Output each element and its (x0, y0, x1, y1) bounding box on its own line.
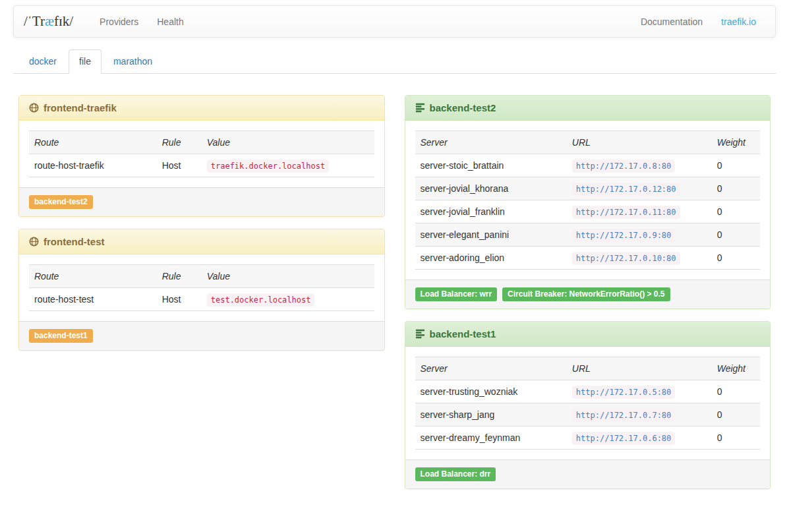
backends-column: backend-test2 Server URL Weight server-s… (395, 95, 781, 501)
route-rule: Host (157, 154, 202, 177)
servers-table: Server URL Weight server-stoic_brattain … (415, 131, 761, 270)
panel-footer: backend-test2 (19, 187, 384, 216)
circuit-breaker-badge: Circuit Breaker: NetworkErrorRatio() > 0… (502, 287, 670, 301)
panel-title: backend-test1 (430, 328, 496, 340)
table-header-row: Server URL Weight (415, 131, 761, 154)
server-url: http://172.17.0.5:80 (572, 386, 676, 399)
table-header-row: Route Rule Value (29, 131, 374, 154)
column-header-weight: Weight (712, 131, 760, 154)
panel-title: frontend-test (44, 236, 105, 247)
table-header-row: Route Rule Value (29, 265, 374, 288)
routes-table: Route Rule Value route-host-traefik Host… (29, 131, 374, 177)
column-header-url: URL (567, 357, 712, 380)
column-header-route: Route (29, 265, 157, 288)
server-name: server-sharp_jang (415, 403, 567, 427)
server-url: http://172.17.0.7:80 (572, 409, 676, 422)
navbar: /ˈTræfɪk/ Providers Health Documentation… (13, 5, 776, 38)
column-header-rule: Rule (157, 265, 202, 288)
backend-panel-test1: backend-test1 Server URL Weight server-t… (405, 321, 771, 489)
column-header-rule: Rule (157, 131, 202, 154)
server-name: server-jovial_khorana (415, 177, 567, 200)
frontend-panel-test: frontend-test Route Rule Value route-hos… (18, 229, 385, 351)
globe-icon (29, 103, 39, 113)
server-url: http://172.17.0.12:80 (572, 183, 680, 196)
backend-tag: backend-test1 (29, 329, 93, 343)
globe-icon (29, 237, 39, 247)
server-weight: 0 (712, 427, 760, 450)
brand-text-post: fɪk/ (54, 13, 73, 29)
panel-body: Server URL Weight server-trusting_woznia… (405, 347, 771, 459)
tab-marathon[interactable]: marathon (103, 49, 163, 74)
nav-item-documentation[interactable]: Documentation (631, 16, 712, 27)
panel-heading: backend-test1 (405, 322, 771, 347)
brand-logo[interactable]: /ˈTræfɪk/ (24, 13, 73, 30)
main-content: frontend-traefik Route Rule Value route-… (0, 74, 789, 514)
column-header-route: Route (29, 131, 157, 154)
server-name: server-jovial_franklin (415, 200, 567, 223)
table-row: server-adoring_elion http://172.17.0.10:… (415, 247, 761, 270)
server-weight: 0 (712, 154, 760, 177)
navbar-right: Documentation traefik.io (631, 16, 765, 27)
brand-text-accent: æ (45, 13, 54, 29)
backend-tag: backend-test2 (29, 195, 93, 209)
backend-panel-test2: backend-test2 Server URL Weight server-s… (405, 95, 771, 309)
server-url: http://172.17.0.10:80 (572, 252, 680, 265)
server-url: http://172.17.0.8:80 (572, 160, 676, 173)
route-rule: Host (157, 288, 202, 311)
table-header-row: Server URL Weight (415, 357, 761, 380)
tasks-icon (415, 103, 425, 113)
panel-body: Route Rule Value route-host-test Host te… (19, 254, 384, 321)
server-url: http://172.17.0.11:80 (572, 206, 680, 219)
server-weight: 0 (712, 403, 760, 427)
server-url: http://172.17.0.9:80 (572, 229, 676, 242)
tab-file[interactable]: file (69, 49, 102, 74)
server-name: server-stoic_brattain (415, 154, 567, 177)
panel-heading: frontend-test (19, 229, 384, 254)
panel-heading: frontend-traefik (19, 96, 384, 121)
table-row: server-stoic_brattain http://172.17.0.8:… (415, 154, 761, 177)
panel-body: Server URL Weight server-stoic_brattain … (405, 121, 771, 280)
column-header-value: Value (202, 265, 374, 288)
panel-body: Route Rule Value route-host-traefik Host… (19, 121, 384, 187)
load-balancer-badge: Load Balancer: wrr (415, 287, 498, 301)
table-row: server-sharp_jang http://172.17.0.7:80 0 (415, 403, 761, 427)
server-weight: 0 (712, 177, 760, 200)
provider-tabs: docker file marathon (13, 49, 776, 74)
route-name: route-host-traefik (29, 154, 157, 177)
column-header-server: Server (415, 357, 567, 380)
panel-heading: backend-test2 (405, 96, 771, 121)
server-weight: 0 (712, 223, 760, 247)
frontends-column: frontend-traefik Route Rule Value route-… (9, 95, 395, 363)
nav-item-traefik-io[interactable]: traefik.io (712, 16, 765, 27)
panel-title: backend-test2 (430, 102, 496, 113)
panel-footer: Load Balancer: drr (405, 459, 771, 488)
brand-text-pre: /ˈTr (24, 13, 45, 29)
panel-footer: backend-test1 (19, 321, 384, 350)
server-name: server-dreamy_feynman (415, 427, 567, 450)
server-weight: 0 (712, 200, 760, 223)
route-name: route-host-test (29, 288, 157, 311)
server-name: server-elegant_panini (415, 223, 567, 247)
tab-docker[interactable]: docker (18, 49, 67, 74)
panel-footer: Load Balancer: wrr Circuit Breaker: Netw… (405, 280, 771, 309)
table-row: server-jovial_khorana http://172.17.0.12… (415, 177, 761, 200)
routes-table: Route Rule Value route-host-test Host te… (29, 264, 374, 311)
table-row: server-jovial_franklin http://172.17.0.1… (415, 200, 761, 223)
server-name: server-adoring_elion (415, 247, 567, 270)
nav-item-providers[interactable]: Providers (90, 16, 148, 27)
table-row: route-host-test Host test.docker.localho… (29, 288, 374, 311)
column-header-server: Server (415, 131, 567, 154)
server-weight: 0 (712, 247, 760, 270)
tasks-icon (415, 329, 425, 339)
route-value: traefik.docker.localhost (207, 160, 329, 173)
frontend-panel-traefik: frontend-traefik Route Rule Value route-… (18, 95, 385, 217)
table-row: route-host-traefik Host traefik.docker.l… (29, 154, 374, 177)
load-balancer-badge: Load Balancer: drr (415, 467, 496, 481)
panel-title: frontend-traefik (44, 102, 117, 113)
servers-table: Server URL Weight server-trusting_woznia… (415, 357, 761, 450)
nav-item-health[interactable]: Health (148, 16, 192, 27)
route-value: test.docker.localhost (207, 293, 315, 307)
table-row: server-elegant_panini http://172.17.0.9:… (415, 223, 761, 247)
server-url: http://172.17.0.6:80 (572, 432, 676, 445)
table-row: server-trusting_wozniak http://172.17.0.… (415, 380, 761, 403)
